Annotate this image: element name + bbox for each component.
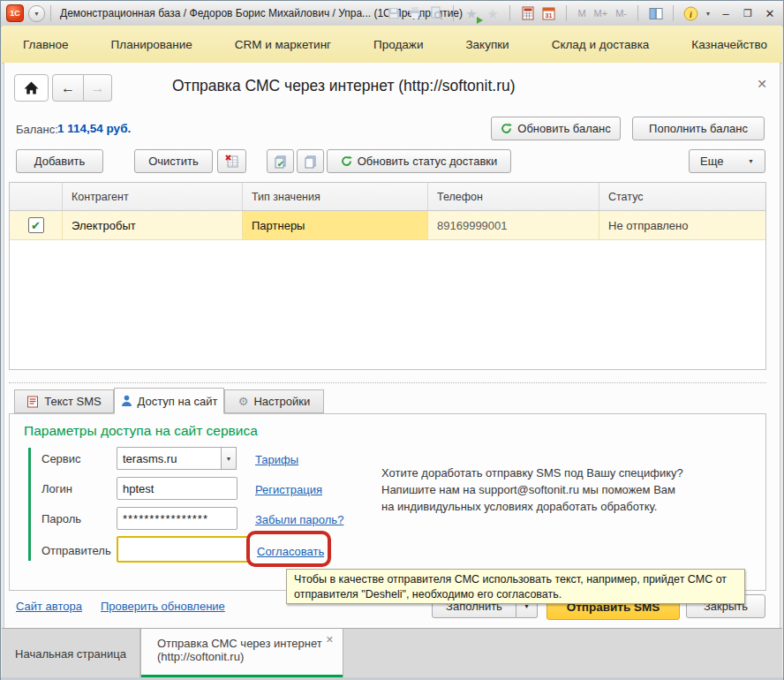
checkbox-column-header[interactable] xyxy=(10,183,63,210)
refresh-balance-button[interactable]: Обновить баланс xyxy=(491,117,621,140)
tab-home-page[interactable]: Начальная страница xyxy=(2,629,140,678)
column-contractor[interactable]: Контрагент xyxy=(63,183,243,210)
add-label: Добавить xyxy=(34,155,85,168)
memory-m-plus-button[interactable]: M+ xyxy=(592,4,611,23)
row-checkbox-cell[interactable]: ✔ xyxy=(10,211,63,239)
password-label: Пароль xyxy=(41,512,81,525)
home-icon xyxy=(24,81,39,94)
check-all-button[interactable]: ✔ xyxy=(267,149,294,173)
tab-site-access[interactable]: Доступ на сайт xyxy=(114,388,224,414)
info-dropdown-icon[interactable]: ▼ xyxy=(703,4,713,23)
recipients-table: Контрагент Тип значения Телефон Статус ✔… xyxy=(9,182,766,370)
agree-sender-link[interactable]: Согласовать xyxy=(257,545,324,558)
tab-text-sms[interactable]: Текст SMS xyxy=(14,389,114,413)
active-tab-line1: Отправка СМС через интернет xyxy=(157,637,343,650)
titlebar-icons: ★ ★ 31 M M+ M- i ▼ – ❒ ✕ xyxy=(384,1,780,26)
memory-m-button[interactable]: M xyxy=(575,4,588,23)
print-preview-icon[interactable] xyxy=(426,4,445,23)
access-params-heading: Параметры доступа на сайт сервиса xyxy=(24,423,258,439)
back-button[interactable]: ← xyxy=(52,74,84,102)
clear-button[interactable]: Очистить xyxy=(134,149,213,173)
memory-m-minus-button[interactable]: M- xyxy=(613,4,629,23)
more-button[interactable]: Еще ▼ xyxy=(689,149,765,173)
promo-text: Хотите доработать отправку SMS под Вашу … xyxy=(381,465,683,515)
home-button[interactable] xyxy=(14,74,49,102)
cell-phone[interactable]: 89169999001 xyxy=(428,211,599,239)
close-window-button[interactable]: ✕ xyxy=(760,4,780,23)
system-menu-button[interactable]: ▼ xyxy=(28,5,45,22)
divider xyxy=(509,5,510,21)
menu-item-planirovanie[interactable]: Планирование xyxy=(90,38,214,51)
password-input[interactable]: **************** xyxy=(117,507,237,530)
tab-sms-window[interactable]: Отправка СМС через интернет (http://soft… xyxy=(140,629,343,678)
add-favorite-icon[interactable]: ★ xyxy=(483,4,501,23)
menu-item-kaznacheystvo[interactable]: Казначейство xyxy=(670,38,784,51)
service-text: terasms.ru xyxy=(123,452,177,465)
cell-status[interactable]: Не отправлено xyxy=(599,211,765,239)
balance-value[interactable]: 1 114,54 руб. xyxy=(57,122,131,135)
delete-row-button[interactable] xyxy=(217,149,246,173)
menu-item-glavnoe[interactable]: Главное xyxy=(2,38,90,51)
forgot-password-link[interactable]: Забыли пароль? xyxy=(255,513,343,526)
check-update-link[interactable]: Проверить обновление xyxy=(101,600,225,613)
split-view-icon[interactable] xyxy=(646,4,665,23)
divider xyxy=(50,5,51,21)
cell-contractor[interactable]: Электробыт xyxy=(63,211,243,239)
svg-text:✔: ✔ xyxy=(276,159,283,169)
menu-item-sklad[interactable]: Склад и доставка xyxy=(531,38,671,51)
uncheck-all-button[interactable] xyxy=(297,149,324,173)
checkbox-checked[interactable]: ✔ xyxy=(28,217,44,233)
tooltip-line-1: Чтобы в качестве отправителя СМС использ… xyxy=(294,572,737,587)
chevron-down-icon: ▼ xyxy=(226,456,232,462)
menu-item-prodazhi[interactable]: Продажи xyxy=(352,38,444,51)
add-button[interactable]: Добавить xyxy=(16,149,103,173)
cell-value-type-selected[interactable]: Партнеры xyxy=(243,211,428,239)
login-label: Логин xyxy=(41,482,72,495)
close-form-icon[interactable]: ✕ xyxy=(757,77,767,91)
service-dropdown-button[interactable]: ▼ xyxy=(221,447,237,470)
check-icon: ✔ xyxy=(31,220,41,231)
svg-text:31: 31 xyxy=(546,12,553,19)
sender-tooltip: Чтобы в качестве отправителя СМС использ… xyxy=(286,569,745,604)
divider xyxy=(453,5,454,21)
favorites-icon[interactable]: ★ xyxy=(462,4,480,23)
divider xyxy=(637,5,638,21)
active-tab-line2: (http://softonit.ru) xyxy=(157,650,343,663)
uncheck-all-icon xyxy=(304,155,318,169)
open-windows-bar: Начальная страница Отправка СМС через ин… xyxy=(2,628,782,678)
page-title: Отправка СМС через интернет (http://soft… xyxy=(172,77,516,95)
author-site-link[interactable]: Сайт автора xyxy=(16,600,82,613)
maximize-button[interactable]: ❒ xyxy=(738,4,758,23)
group-accent-bar xyxy=(28,448,31,561)
close-tab-icon[interactable]: ✕ xyxy=(326,634,334,646)
save-icon[interactable] xyxy=(384,4,403,23)
login-input[interactable]: hptest xyxy=(117,477,237,500)
calculator-icon[interactable] xyxy=(518,4,537,23)
svg-text:i: i xyxy=(690,9,692,19)
sender-input[interactable] xyxy=(117,536,249,563)
column-value-type[interactable]: Тип значения xyxy=(243,183,428,210)
1c-logo-icon: 1С xyxy=(6,4,24,22)
calendar-icon[interactable]: 31 xyxy=(539,4,558,23)
tab-label: Текст SMS xyxy=(44,395,102,408)
minimize-button[interactable]: – xyxy=(716,4,735,23)
more-label: Еще xyxy=(700,155,723,168)
column-status[interactable]: Статус xyxy=(599,183,765,210)
tariffs-link[interactable]: Тарифы xyxy=(255,453,298,466)
forward-button[interactable]: → xyxy=(84,74,112,102)
refresh-delivery-status-button[interactable]: Обновить статус доставки xyxy=(327,149,511,173)
table-row[interactable]: ✔ Электробыт Партнеры 89169999001 Не отп… xyxy=(10,211,765,240)
print-icon[interactable] xyxy=(405,4,424,23)
info-icon[interactable]: i xyxy=(682,4,700,23)
service-value[interactable]: terasms.ru xyxy=(117,447,221,470)
topup-balance-button[interactable]: Пополнить баланс xyxy=(632,117,765,140)
tab-settings[interactable]: ⚙ Настройки xyxy=(224,389,324,413)
menu-item-zakupki[interactable]: Закупки xyxy=(444,38,530,51)
chevron-down-icon: ▼ xyxy=(524,603,530,609)
service-combo[interactable]: terasms.ru ▼ xyxy=(117,447,237,470)
balance-label: Баланс: xyxy=(16,123,58,136)
password-value: **************** xyxy=(123,512,208,525)
menu-item-crm[interactable]: CRM и маркетинг xyxy=(214,38,352,51)
column-phone[interactable]: Телефон xyxy=(428,183,599,210)
registration-link[interactable]: Регистрация xyxy=(255,483,322,496)
